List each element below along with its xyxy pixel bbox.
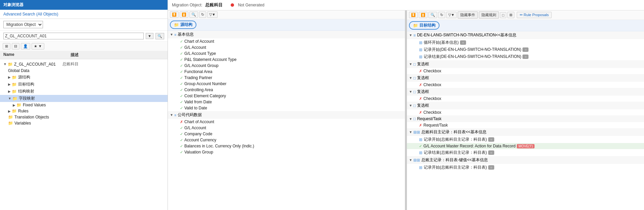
tree-node-source[interactable]: ▶ 📁 源结构	[0, 74, 168, 81]
checkbox2-group-header[interactable]: ▼ □ 复选框	[407, 74, 644, 82]
object-type-dropdown[interactable]: Migration Object	[3, 21, 43, 28]
source-item-valuation[interactable]: ✓Valuation Group	[168, 149, 405, 155]
source-item-trading-partner[interactable]: ✓Trading Partner	[168, 75, 405, 81]
source-item-cost-element[interactable]: ✓Cost Element Category	[168, 93, 405, 99]
source-expand-all-btn[interactable]: ⏫	[180, 11, 188, 18]
target-collapse-all-btn[interactable]: ⏬	[409, 12, 418, 18]
gl-master-group-header[interactable]: ▼ ⊞⊞ 总账科目主记录：科目表<<基本信息	[407, 128, 644, 136]
advanced-search-label: Advanced Search (All Objects)	[3, 12, 58, 16]
object-value-input[interactable]	[3, 33, 144, 39]
target-cb3[interactable]: ✗Checkbox	[407, 96, 644, 102]
target-item-record-end-de[interactable]: ⊞ 记录结束(DE-EN-LANG-SWITCH-NO-TRANSLATION)…	[407, 53, 644, 60]
source-item-gl-group[interactable]: ✓G/L Account Group	[168, 63, 405, 69]
checkbox4-group-header[interactable]: ▼ □ 复选框	[407, 102, 644, 109]
source-item-company-code[interactable]: ✓Company Code	[168, 131, 405, 137]
x-icon4: ✗	[419, 97, 422, 101]
target-section-label: 目标结构	[419, 23, 435, 28]
source-search-btn[interactable]: 🔍	[189, 11, 198, 18]
source-item-gl-account-type[interactable]: ✓G/L Account Type	[168, 50, 405, 57]
tree-node-rules[interactable]: ▶ 📁 Rules	[0, 108, 168, 114]
target-item-record-start-de[interactable]: ⊞ 记录开始(DE-EN-LANG-SWITCH-NO-TRANSLATION)…	[407, 46, 644, 53]
person-btn[interactable]: 👤	[21, 43, 30, 49]
panel-title: 对象浏览器	[3, 2, 24, 7]
cycle-start-btn[interactable]: ○	[460, 40, 466, 45]
target-item-record-end-gl[interactable]: ⊞ 记录结束(总账科目主记录：科目表) ○	[407, 149, 644, 156]
source-item-valid-from[interactable]: ✓Valid from Date	[168, 99, 405, 105]
target-filter-btn[interactable]: ▽▼	[446, 12, 457, 18]
target-item-cycle-start[interactable]: ⊞ 循环开始(基本信息) ○	[407, 39, 644, 46]
target-extra-btn2[interactable]: ⊞	[507, 12, 514, 18]
source-item-coa[interactable]: ✓Chart of Account	[168, 38, 405, 44]
target-search-btn[interactable]: 🔍	[428, 12, 437, 18]
source-item-valid-to[interactable]: ✓Valid to Date	[168, 105, 405, 111]
source-collapse-all-btn[interactable]: ⏬	[170, 11, 179, 18]
source-item-gl-account2[interactable]: ✓G/L Account	[168, 125, 405, 131]
target-item-record-start-key[interactable]: ⊞ 记录开始(总账科目主记录：科目表) ○	[407, 164, 644, 171]
record-start-de-btn[interactable]: ○	[522, 47, 528, 52]
hide-events-btn[interactable]: 隐藏事件	[458, 11, 478, 19]
search-btn[interactable]: 🔍	[155, 33, 164, 39]
fixed-expand-icon: ▶	[13, 103, 15, 107]
target-expand-all-btn[interactable]: ⏫	[419, 12, 427, 18]
gl-record-end-btn[interactable]: ○	[488, 150, 494, 155]
table-icon3: ⊞	[419, 55, 422, 59]
source-item-controlling-area[interactable]: ✓Controlling Area	[168, 87, 405, 93]
tree-node-struct-mapping[interactable]: ▶ 📁 结构映射	[0, 88, 168, 95]
request-task-group-header[interactable]: ▼ □ Request/Task	[407, 115, 644, 122]
tree-node-translation[interactable]: 📁 Translation Objects	[0, 114, 168, 120]
company-code-group-header[interactable]: ▼ ≡ 公司代码数据	[168, 111, 405, 119]
tree-node-variables[interactable]: 📁 Variables	[0, 120, 168, 126]
collapse-all-btn[interactable]: ⊟	[12, 43, 19, 49]
checkbox1-group-header[interactable]: ▼ □ 复选框	[407, 60, 644, 68]
target-section-header[interactable]: 📁 目标结构	[407, 20, 644, 31]
tree-node-target[interactable]: ▶ 📁 目标结构	[0, 81, 168, 88]
gl-key-group-header[interactable]: ▼ ⊞⊞ 总账主记录：科目表-键值<<基本信息	[407, 156, 644, 164]
target-cb2[interactable]: ✗Checkbox	[407, 82, 644, 88]
target-extra-btn1[interactable]: □	[500, 12, 506, 18]
basic-info-group-header[interactable]: ▼ ≡ 基本信息	[168, 31, 405, 38]
rules-folder-icon: 📁	[12, 109, 17, 113]
gl-master-group-icon: ⊞⊞	[413, 130, 420, 135]
root-collapse-icon: ▼	[3, 62, 7, 66]
source-item-acct-currency[interactable]: ✓Account Currency	[168, 137, 405, 143]
key-record-start-btn[interactable]: ○	[488, 165, 494, 170]
move-badge: MOVE('I')	[517, 144, 535, 148]
source-item-group-acct-num[interactable]: ✓Group Account Number	[168, 81, 405, 87]
check-icon: ✓	[180, 58, 183, 62]
tree-node-global-data[interactable]: Global Data	[0, 68, 168, 74]
tree-root-node[interactable]: ▼ 📁 Z_GL_ACCOUNT_A01 总账科目	[0, 61, 168, 68]
source-section-header[interactable]: 📁 源结构	[168, 19, 405, 31]
advanced-search-link[interactable]: Advanced Search (All Objects)	[0, 10, 168, 19]
star-btn[interactable]: ★ ▼	[32, 43, 44, 49]
source-item-pl-type[interactable]: ✓P&L Statement Account Type	[168, 57, 405, 63]
rule-proposals-btn[interactable]: ✏ Rule Proposals	[517, 12, 552, 18]
source-tree-panel: ⏬ ⏫ 🔍 ↻ ▽▼ 📁 源结构 ▼ ≡ 基本信息 ✓Chart of Acco…	[168, 10, 406, 210]
tree-node-fixed-values[interactable]: ▶ 📁 Fixed Values	[0, 102, 168, 108]
source-item-func-area[interactable]: ✓Functional Area	[168, 69, 405, 75]
record-end-de-btn[interactable]: ○	[522, 55, 528, 59]
fixed-folder-icon: 📁	[16, 103, 21, 107]
target-item-record-start-gl[interactable]: ⊞ 记录开始(总账科目主记录：科目表) ○	[407, 136, 644, 143]
target-request-task[interactable]: ✗Request/Task	[407, 122, 644, 128]
source-refresh-btn[interactable]: ↻	[199, 11, 206, 18]
de-en-group-header[interactable]: ▼ ≡ DE-EN-LANG-SWITCH-NO-TRANSLATION<<基本…	[407, 31, 644, 39]
root-node-desc: 总账科目	[62, 61, 79, 67]
field-folder-icon: 📁	[12, 96, 17, 101]
source-item-coa2[interactable]: ✗Chart of Account	[168, 119, 405, 125]
check-icon: ✓	[180, 39, 183, 44]
desc-col-header: 描述	[71, 52, 164, 58]
gl-record-start-btn[interactable]: ○	[488, 137, 494, 142]
hide-rules-btn[interactable]: 隐藏规则	[479, 11, 499, 19]
dropdown-arrow-btn[interactable]: ▼	[146, 33, 153, 39]
source-item-gl-account[interactable]: ✓G/L Account	[168, 44, 405, 50]
target-item-action[interactable]: ✓ G/L Account Master Record: Action for …	[407, 143, 644, 149]
source-filter-btn[interactable]: ▽▼	[207, 11, 218, 18]
target-refresh-btn[interactable]: ↻	[438, 12, 445, 18]
company-collapse-icon: ▼	[170, 113, 173, 117]
expand-all-btn[interactable]: ⊞	[3, 43, 10, 49]
checkbox3-group-header[interactable]: ▼ □ 复选框	[407, 88, 644, 96]
tree-node-field-mapping[interactable]: ▼ 📁 字段映射	[0, 95, 168, 102]
source-item-balances[interactable]: ✓Balances in Loc. Currency Only (Indic.)	[168, 143, 405, 149]
target-cb4[interactable]: ✗Checkbox	[407, 109, 644, 115]
target-cb1[interactable]: ✗Checkbox	[407, 68, 644, 74]
